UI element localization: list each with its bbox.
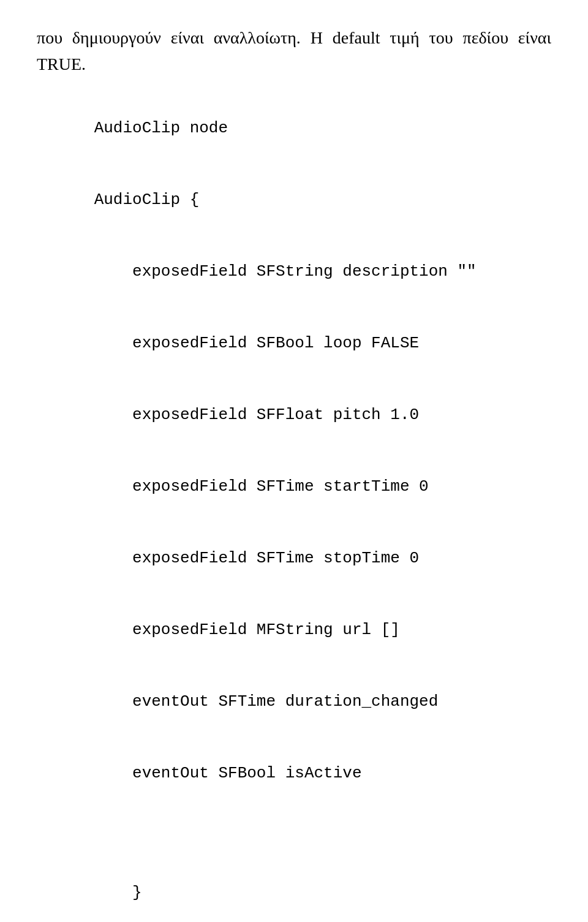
code-line-7: exposedField SFTime stopTime 0 <box>94 549 420 567</box>
code-line-8: exposedField MFString url [] <box>94 621 400 639</box>
code-line-5: exposedField SFFloat pitch 1.0 <box>94 406 420 424</box>
code-line-9: eventOut SFTime duration_changed <box>94 692 439 711</box>
page-container: που δημιουργούν είναι αναλλοίωτη. Η defa… <box>0 0 588 922</box>
code-block: AudioClip node AudioClip { exposedField … <box>37 93 551 922</box>
code-line-10: eventOut SFBool isActive <box>94 764 362 782</box>
text-block: που δημιουργούν είναι αναλλοίωτη. Η defa… <box>37 25 551 922</box>
code-line-3: exposedField SFString description "" <box>94 262 477 281</box>
code-line-12: } <box>94 883 142 902</box>
code-line-2: AudioClip { <box>94 191 200 209</box>
code-line-6: exposedField SFTime startTime 0 <box>94 477 429 496</box>
code-line-1: AudioClip node <box>94 119 228 137</box>
code-line-4: exposedField SFBool loop FALSE <box>94 334 420 352</box>
intro-paragraph: που δημιουργούν είναι αναλλοίωτη. Η defa… <box>37 25 551 78</box>
